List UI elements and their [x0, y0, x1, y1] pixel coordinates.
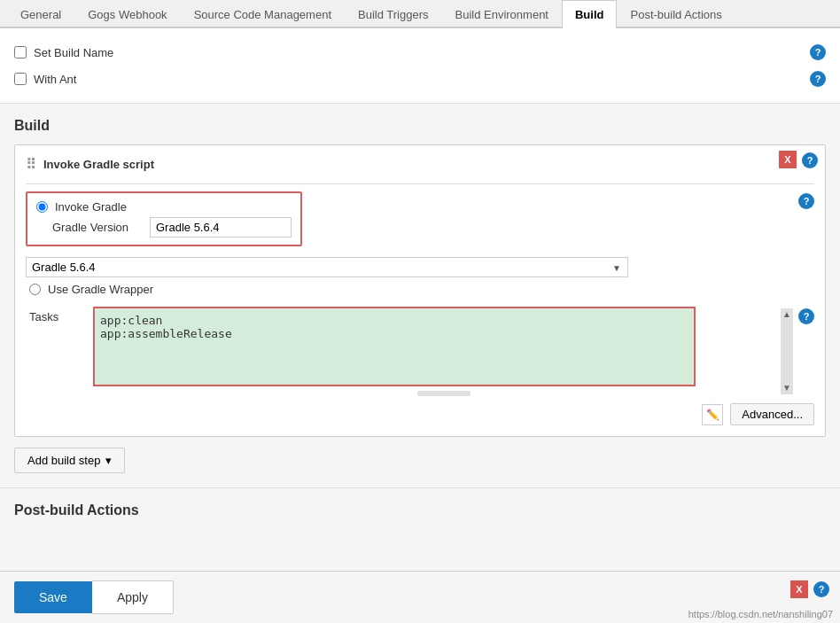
tab-build[interactable]: Build — [562, 0, 618, 28]
apply-button[interactable]: Apply — [92, 580, 174, 614]
build-section-title: Build — [14, 118, 826, 134]
tasks-row: Tasks app:clean app:assembleRelease ▲ ▼ — [26, 307, 798, 396]
gradle-full-select-wrapper: Gradle 5.6.4 — [26, 257, 628, 277]
invoke-gradle-label: Invoke Gradle — [55, 200, 127, 214]
gradle-version-input[interactable] — [150, 217, 292, 238]
tasks-label: Tasks — [29, 307, 82, 323]
invoke-gradle-radio[interactable] — [36, 201, 48, 213]
build-section: Build X ? ⠿ Invoke Gradle script Invoke … — [0, 104, 840, 487]
tab-gogs-webhook[interactable]: Gogs Webhook — [74, 0, 180, 28]
close-card-button[interactable]: X — [779, 151, 797, 168]
tasks-help-icon[interactable]: ? — [798, 308, 814, 324]
set-build-name-label: Set Build Name — [34, 46, 113, 59]
post-build-title: Post-build Actions — [14, 502, 826, 518]
gradle-version-row: Gradle Version — [52, 217, 292, 238]
add-build-step-button[interactable]: Add build step ▾ — [14, 448, 125, 473]
save-button[interactable]: Save — [14, 581, 92, 613]
add-build-step-arrow-icon: ▾ — [105, 454, 112, 467]
with-ant-checkbox[interactable] — [14, 73, 27, 85]
drag-icon: ⠿ — [26, 156, 36, 173]
add-build-step-label: Add build step — [27, 454, 100, 467]
post-build-help-icon[interactable]: ? — [813, 581, 829, 597]
use-gradle-wrapper-radio[interactable] — [29, 284, 41, 295]
tab-general[interactable]: General — [7, 0, 74, 28]
invoke-gradle-help-icon[interactable]: ? — [798, 193, 814, 209]
tab-build-triggers[interactable]: Build Triggers — [345, 0, 441, 28]
advanced-button[interactable]: Advanced... — [730, 403, 814, 425]
tasks-textarea[interactable]: app:clean app:assembleRelease — [93, 307, 696, 386]
set-build-name-row: Set Build Name ? — [14, 39, 826, 66]
invoke-gradle-block: Invoke Gradle Gradle Version — [26, 191, 302, 246]
invoke-gradle-radio-row: Invoke Gradle — [36, 200, 292, 214]
gradle-dropdown — [150, 217, 292, 238]
gradle-wrapper-row: Use Gradle Wrapper — [26, 277, 798, 301]
set-build-name-checkbox[interactable] — [14, 46, 27, 58]
watermark: https://blog.csdn.net/nanshiling07 — [688, 609, 833, 619]
set-build-name-help-icon[interactable]: ? — [810, 44, 826, 60]
use-gradle-wrapper-label: Use Gradle Wrapper — [48, 283, 153, 296]
tab-source-code[interactable]: Source Code Management — [181, 0, 345, 28]
textarea-scrollbar: ▲ ▼ — [781, 308, 793, 394]
checkboxes-section: Set Build Name ? With Ant ? — [0, 28, 840, 104]
card-header: ⠿ Invoke Gradle script — [26, 156, 814, 173]
post-build-close-button[interactable]: X — [790, 580, 808, 598]
build-card: X ? ⠿ Invoke Gradle script Invoke Gradle… — [14, 144, 826, 437]
gradle-version-select[interactable]: Gradle 5.6.4 — [26, 257, 628, 277]
advanced-row: ✏️ Advanced... — [26, 403, 814, 425]
scroll-up-icon[interactable]: ▲ — [782, 310, 791, 319]
tab-build-environment[interactable]: Build Environment — [441, 0, 562, 28]
card-title: Invoke Gradle script — [43, 158, 154, 171]
gradle-version-label: Gradle Version — [52, 221, 141, 234]
edit-icon[interactable]: ✏️ — [702, 404, 723, 425]
with-ant-help-icon[interactable]: ? — [810, 71, 826, 87]
scroll-down-icon[interactable]: ▼ — [782, 384, 791, 393]
tasks-textarea-container: app:clean app:assembleRelease ▲ ▼ — [93, 307, 795, 396]
post-build-section: Post-build Actions — [0, 487, 840, 543]
horizontal-scrollbar — [417, 391, 471, 396]
with-ant-row: With Ant ? — [14, 66, 826, 92]
tab-post-build[interactable]: Post-build Actions — [617, 0, 735, 28]
tab-bar: General Gogs Webhook Source Code Managem… — [0, 0, 840, 28]
card-help-icon[interactable]: ? — [802, 152, 818, 168]
with-ant-label: With Ant — [34, 73, 76, 86]
